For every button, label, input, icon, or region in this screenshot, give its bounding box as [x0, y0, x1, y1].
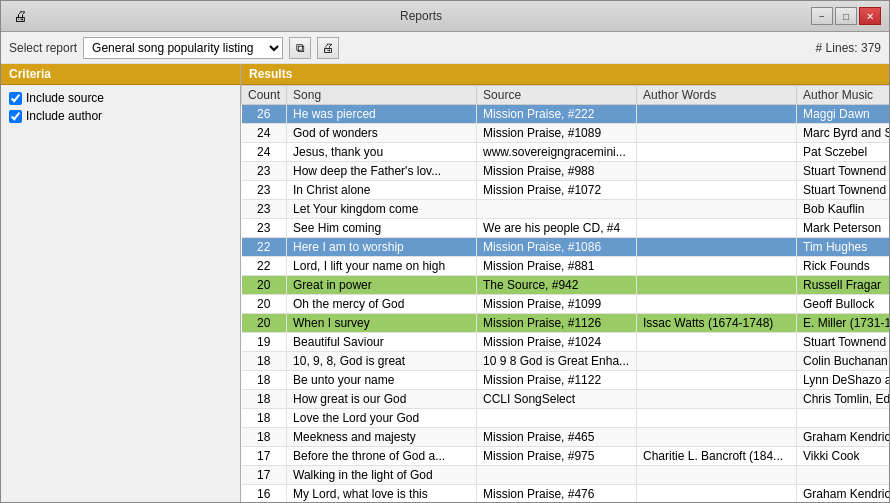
print-button[interactable]: 🖨	[317, 37, 339, 59]
cell-source	[477, 409, 637, 428]
cell-count: 18	[242, 390, 287, 409]
cell-music: Vikki Cook	[797, 447, 889, 466]
cell-words	[637, 428, 797, 447]
include-author-checkbox[interactable]	[9, 110, 22, 123]
table-row[interactable]: 22 Here I am to worship Mission Praise, …	[242, 238, 890, 257]
include-author-label: Include author	[26, 109, 102, 123]
cell-words	[637, 238, 797, 257]
cell-words	[637, 219, 797, 238]
table-header-row: Count Song Source Author Words Author Mu…	[242, 86, 890, 105]
cell-words	[637, 200, 797, 219]
cell-count: 24	[242, 143, 287, 162]
main-area: Criteria Include source Include author R…	[1, 64, 889, 502]
cell-count: 16	[242, 485, 287, 503]
cell-count: 17	[242, 447, 287, 466]
cell-source: Mission Praise, #1086	[477, 238, 637, 257]
table-row[interactable]: 18 How great is our God CCLI SongSelect …	[242, 390, 890, 409]
col-song: Song	[287, 86, 477, 105]
table-row[interactable]: 24 Jesus, thank you www.sovereigngracemi…	[242, 143, 890, 162]
cell-song: In Christ alone	[287, 181, 477, 200]
cell-count: 23	[242, 181, 287, 200]
cell-words	[637, 105, 797, 124]
table-row[interactable]: 19 Beautiful Saviour Mission Praise, #10…	[242, 333, 890, 352]
results-table-wrapper[interactable]: Count Song Source Author Words Author Mu…	[241, 85, 889, 502]
cell-song: Walking in the light of God	[287, 466, 477, 485]
cell-song: 10, 9, 8, God is great	[287, 352, 477, 371]
table-row[interactable]: 17 Before the throne of God a... Mission…	[242, 447, 890, 466]
cell-source: The Source, #942	[477, 276, 637, 295]
table-row[interactable]: 18 10, 9, 8, God is great 10 9 8 God is …	[242, 352, 890, 371]
minimize-button[interactable]: −	[811, 7, 833, 25]
cell-song: Meekness and majesty	[287, 428, 477, 447]
results-table: Count Song Source Author Words Author Mu…	[241, 85, 889, 502]
cell-music	[797, 466, 889, 485]
col-author-music: Author Music	[797, 86, 889, 105]
criteria-body: Include source Include author	[1, 85, 240, 129]
cell-source: Mission Praise, #222	[477, 105, 637, 124]
copy-icon: ⧉	[296, 41, 305, 55]
table-row[interactable]: 22 Lord, I lift your name on high Missio…	[242, 257, 890, 276]
table-row[interactable]: 23 Let Your kingdom come Bob Kauflin	[242, 200, 890, 219]
cell-source: Mission Praise, #1089	[477, 124, 637, 143]
include-source-checkbox[interactable]	[9, 92, 22, 105]
cell-count: 20	[242, 295, 287, 314]
cell-source: Mission Praise, #1099	[477, 295, 637, 314]
cell-words: Issac Watts (1674-1748)	[637, 314, 797, 333]
cell-music: Tim Hughes	[797, 238, 889, 257]
cell-music: Pat Sczebel	[797, 143, 889, 162]
cell-words	[637, 143, 797, 162]
cell-music: Graham Kendrick	[797, 428, 889, 447]
copy-button[interactable]: ⧉	[289, 37, 311, 59]
cell-source: 10 9 8 God is Great Enha...	[477, 352, 637, 371]
cell-music: Lynn DeShazo and Gary ...	[797, 371, 889, 390]
title-bar: 🖨 Reports − □ ✕	[1, 1, 889, 32]
window-title: Reports	[31, 9, 811, 23]
cell-source: Mission Praise, #1072	[477, 181, 637, 200]
cell-source: Mission Praise, #975	[477, 447, 637, 466]
cell-music: Graham Kendrick	[797, 485, 889, 503]
cell-song: He was pierced	[287, 105, 477, 124]
main-window: 🖨 Reports − □ ✕ Select report General so…	[0, 0, 890, 503]
table-row[interactable]: 26 He was pierced Mission Praise, #222 M…	[242, 105, 890, 124]
table-row[interactable]: 16 My Lord, what love is this Mission Pr…	[242, 485, 890, 503]
cell-count: 18	[242, 428, 287, 447]
line-count: # Lines: 379	[816, 41, 881, 55]
table-row[interactable]: 18 Be unto your name Mission Praise, #11…	[242, 371, 890, 390]
criteria-header: Criteria	[1, 64, 240, 85]
cell-song: Oh the mercy of God	[287, 295, 477, 314]
cell-source: Mission Praise, #1126	[477, 314, 637, 333]
cell-words	[637, 485, 797, 503]
cell-song: Be unto your name	[287, 371, 477, 390]
cell-song: Beautiful Saviour	[287, 333, 477, 352]
cell-count: 23	[242, 219, 287, 238]
results-header: Results	[241, 64, 889, 85]
table-row[interactable]: 17 Walking in the light of God	[242, 466, 890, 485]
cell-song: How great is our God	[287, 390, 477, 409]
maximize-button[interactable]: □	[835, 7, 857, 25]
cell-words	[637, 124, 797, 143]
table-row[interactable]: 23 See Him coming We are his people CD, …	[242, 219, 890, 238]
table-row[interactable]: 20 Oh the mercy of God Mission Praise, #…	[242, 295, 890, 314]
cell-music: Geoff Bullock	[797, 295, 889, 314]
cell-song: Let Your kingdom come	[287, 200, 477, 219]
table-row[interactable]: 20 When I survey Mission Praise, #1126 I…	[242, 314, 890, 333]
table-row[interactable]: 24 God of wonders Mission Praise, #1089 …	[242, 124, 890, 143]
cell-song: Love the Lord your God	[287, 409, 477, 428]
cell-count: 20	[242, 314, 287, 333]
cell-music: Russell Fragar	[797, 276, 889, 295]
cell-song: Great in power	[287, 276, 477, 295]
cell-song: Lord, I lift your name on high	[287, 257, 477, 276]
table-row[interactable]: 18 Love the Lord your God	[242, 409, 890, 428]
close-button[interactable]: ✕	[859, 7, 881, 25]
table-row[interactable]: 20 Great in power The Source, #942 Russe…	[242, 276, 890, 295]
cell-source: Mission Praise, #1122	[477, 371, 637, 390]
table-row[interactable]: 23 In Christ alone Mission Praise, #1072…	[242, 181, 890, 200]
table-row[interactable]: 23 How deep the Father's lov... Mission …	[242, 162, 890, 181]
cell-music: Stuart Townend	[797, 162, 889, 181]
cell-music: Marc Byrd and Steve Hin...	[797, 124, 889, 143]
cell-words	[637, 257, 797, 276]
window-icon: 🖨	[9, 5, 31, 27]
table-row[interactable]: 18 Meekness and majesty Mission Praise, …	[242, 428, 890, 447]
col-count: Count	[242, 86, 287, 105]
report-select[interactable]: General song popularity listing	[83, 37, 283, 59]
